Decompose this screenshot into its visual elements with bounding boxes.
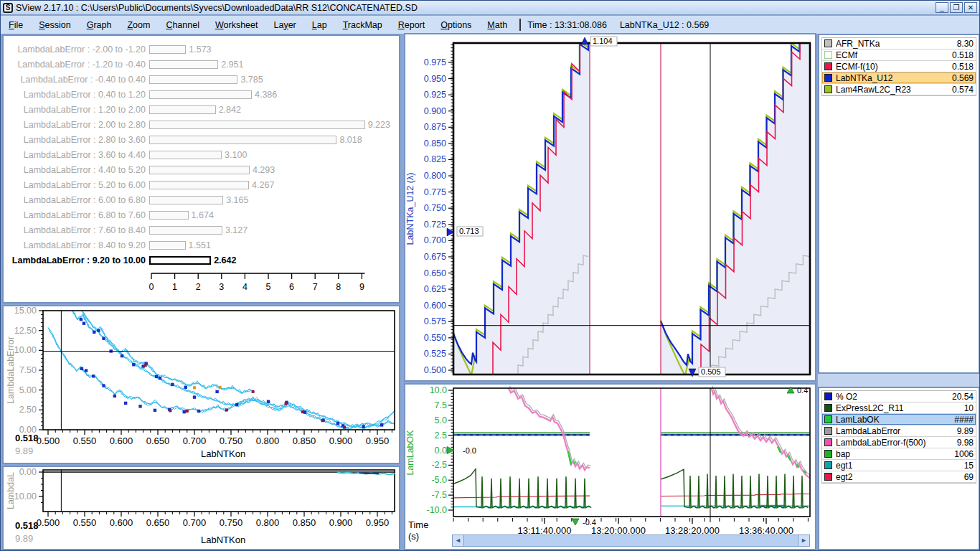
channel-row-lam4rawl2c-r23[interactable]: Lam4RawL2C_R230.574 (822, 84, 976, 95)
svg-text:0.550: 0.550 (73, 517, 97, 528)
histogram-row[interactable]: LambdaLabError : -0.40 to 0.403.785 (4, 72, 399, 87)
svg-text:4: 4 (242, 282, 248, 292)
svg-text:0.505: 0.505 (701, 367, 721, 376)
close-button[interactable]: ✕ (964, 2, 977, 13)
histogram-row[interactable]: LambdaLabError : 1.20 to 2.002.842 (4, 102, 399, 117)
svg-text:LabNTKa_U12 (λ): LabNTKa_U12 (λ) (405, 173, 415, 245)
svg-text:0.600: 0.600 (424, 301, 446, 311)
histogram-row[interactable]: LambdaLabError : 9.20 to 10.002.642 (4, 253, 399, 268)
svg-text:6: 6 (289, 282, 294, 292)
svg-text:0.900: 0.900 (424, 106, 446, 116)
histogram-row[interactable]: LambdaLabError : 7.60 to 8.403.127 (4, 222, 399, 237)
menu-item-lap[interactable]: Lap (304, 19, 335, 32)
histogram-row[interactable]: LambdaLabError : -2.00 to -1.201.573 (4, 42, 399, 57)
histogram-row[interactable]: LambdaLabError : -1.20 to -0.402.951 (4, 57, 399, 72)
channel-row-lambdalaberror-f-500-[interactable]: LambdaLabError-f(500)9.98 (822, 437, 976, 448)
channel-row-ecmf[interactable]: ECMf0.518 (822, 50, 976, 61)
channel-row-ecmf-f-10-[interactable]: ECMf-f(10)0.518 (822, 61, 976, 72)
channel-color-swatch (824, 85, 832, 93)
svg-text:0.950: 0.950 (366, 517, 390, 528)
channel-row-labntka-u12[interactable]: LabNTKa_U120.569 (822, 72, 976, 84)
lower-chart[interactable]: 10.07.55.02.50.0-2.5-5.0-7.5-10.013:11:4… (405, 385, 815, 549)
svg-text:-5.0: -5.0 (431, 475, 447, 485)
minimize-button[interactable]: _ (936, 2, 948, 13)
svg-text:0.713: 0.713 (459, 227, 479, 235)
scatter-xaxis-title: LabNTKon (201, 448, 245, 459)
main-chart[interactable]: 0.9750.9500.9250.9000.8750.8500.8250.800… (405, 34, 815, 380)
menu-item-file[interactable]: File (1, 19, 31, 32)
svg-text:0.750: 0.750 (424, 203, 446, 213)
svg-text:LambdaLabError: LambdaLabError (6, 336, 16, 404)
channel-row-expressl2c-r11[interactable]: ExPressL2C_R1110 (822, 402, 976, 414)
svg-text:3: 3 (219, 282, 224, 292)
histogram-row[interactable]: LambdaLabError : 2.00 to 2.809.223 (4, 117, 399, 132)
svg-text:0: 0 (149, 282, 154, 292)
svg-text:0.800: 0.800 (256, 435, 280, 446)
histogram-row[interactable]: LambdaLabError : 6.00 to 6.803.165 (4, 192, 399, 207)
channel-row-lamlabok[interactable]: LamLabOK#### (822, 414, 976, 425)
svg-text:0.825: 0.825 (424, 154, 446, 164)
histogram-row[interactable]: LambdaLabError : 3.60 to 4.403.100 (4, 147, 399, 162)
channel-row-egt1[interactable]: egt115 (822, 460, 976, 471)
channel-color-swatch (824, 438, 832, 446)
time-axis-units: (s) (408, 531, 419, 542)
channel-color-swatch (824, 62, 832, 70)
svg-text:0.800: 0.800 (256, 517, 280, 528)
channel-color-swatch (824, 450, 832, 458)
restore-button[interactable]: ❐ (950, 2, 963, 13)
svg-text:0.975: 0.975 (424, 57, 446, 67)
channel-row-afr-ntka[interactable]: AFR_NTKa8.30 (822, 38, 976, 50)
menu-item-session[interactable]: Session (31, 19, 78, 32)
scatter-cursor-y: 9.89 (15, 446, 33, 456)
svg-text:0.675: 0.675 (424, 252, 446, 262)
mini-chart[interactable]: 0.00-10.000.5000.5500.6000.6500.7000.750… (4, 467, 399, 533)
mini-cursor-x: 0.518 (15, 520, 39, 531)
histogram-row[interactable]: LambdaLabError : 5.20 to 6.004.267 (4, 177, 399, 192)
channel-color-swatch (824, 415, 832, 423)
menu-item-trackmap[interactable]: TrackMap (335, 19, 390, 32)
svg-text:0.850: 0.850 (293, 435, 316, 446)
menu-item-options[interactable]: Options (433, 19, 479, 32)
channel-row-bap[interactable]: bap1006 (822, 448, 976, 460)
svg-text:0.575: 0.575 (424, 316, 446, 326)
channel-row-egt2[interactable]: egt269 (822, 471, 976, 483)
channel-row-lambdalaberror[interactable]: LambdaLabError9.89 (822, 425, 976, 437)
svg-text:15.00: 15.00 (14, 306, 37, 316)
menu-item-worksheet[interactable]: Worksheet (207, 19, 266, 32)
histogram-row[interactable]: LambdaLabError : 2.80 to 3.608.018 (4, 132, 399, 147)
menu-item-zoom[interactable]: Zoom (119, 19, 158, 32)
scrollbar-right-arrow[interactable]: ► (798, 534, 810, 547)
histogram-panel: LambdaLabError : -2.00 to -1.201.573Lamb… (2, 34, 400, 303)
menu-item-graph[interactable]: Graph (79, 19, 120, 32)
menu-separator (519, 19, 521, 31)
histogram-row[interactable]: LambdaLabError : 8.40 to 9.201.551 (4, 237, 399, 253)
channel-color-swatch (824, 39, 832, 47)
svg-text:0.925: 0.925 (424, 90, 446, 100)
svg-text:0.00: 0.00 (19, 467, 37, 477)
menu-item-report[interactable]: Report (390, 19, 433, 32)
app-icon: S (3, 3, 13, 13)
channel-color-swatch (824, 461, 832, 469)
channel-row--o2[interactable]: % O220.54 (822, 391, 976, 402)
status-channel: LabNTKa_U12 : 0.569 (620, 20, 709, 30)
svg-text:5.0: 5.0 (435, 415, 447, 425)
menu-item-math[interactable]: Math (479, 19, 515, 32)
svg-text:-2.5: -2.5 (431, 460, 447, 470)
svg-text:0.650: 0.650 (146, 517, 170, 528)
svg-text:1.104: 1.104 (593, 37, 613, 45)
histogram-row[interactable]: LambdaLabError : 0.40 to 1.204.386 (4, 87, 399, 102)
time-axis-title: Time (408, 519, 428, 530)
histogram-row[interactable]: LambdaLabError : 4.40 to 5.204.293 (4, 162, 399, 177)
svg-text:0.750: 0.750 (220, 517, 243, 528)
lower-chart-panel: 10.07.55.02.50.0-2.5-5.0-7.5-10.013:11:4… (404, 383, 816, 550)
menu-item-layer[interactable]: Layer (265, 19, 303, 32)
svg-text:2.50: 2.50 (19, 405, 37, 415)
scrollbar-thumb[interactable] (464, 534, 798, 547)
histogram-row[interactable]: LambdaLabError : 6.80 to 7.601.674 (4, 207, 399, 222)
scatter-chart[interactable]: 0.002.505.007.5010.0012.5015.000.5000.55… (4, 306, 399, 463)
title-bar[interactable]: S SView 2.17.10 : C:\Users\Public\Docume… (1, 1, 979, 15)
menu-item-channel[interactable]: Channel (158, 19, 207, 32)
scrollbar-left-arrow[interactable]: ◄ (452, 534, 464, 547)
mini-cursor-y: 9.89 (15, 533, 33, 544)
time-scrollbar[interactable]: ◄ ► (452, 534, 810, 547)
